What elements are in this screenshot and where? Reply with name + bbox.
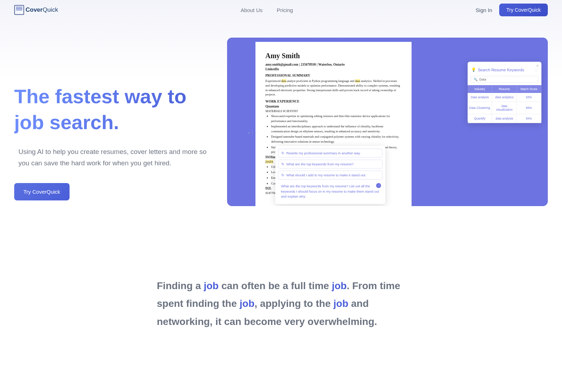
keyword-search-input[interactable]: 🔍 Data	[470, 76, 539, 83]
resume-linkedin[interactable]: LinkedIn	[265, 67, 402, 71]
keyword-table-header: Industry Resume Match Score	[468, 85, 541, 93]
table-row: Quantify data analysis 84%	[468, 114, 541, 123]
hero-visual: +⋮⋮ Amy Smith amy.smith@gmail.com | 2356…	[227, 38, 548, 206]
table-row: Data Clustering data visualization 89%	[468, 102, 541, 114]
ai-suggestion-2[interactable]: ↻ What are the top keywords from my resu…	[278, 160, 382, 169]
nav-about-us[interactable]: About Us	[241, 7, 263, 13]
resume-bullet: Showcased expertise in optimizing editin…	[271, 114, 402, 123]
ai-suggestion-1[interactable]: ↻ Rewrite my professional summary in ano…	[278, 149, 382, 158]
keyword-panel[interactable]: ⋯ × 💡 Search Resume Keywords ◌ 🔍 Data In…	[468, 62, 541, 123]
lightbulb-icon: 💡	[471, 67, 476, 72]
resume-bullet: Designed nanotube-based materials and co…	[271, 134, 402, 144]
section-2: Finding a job can often be a full time j…	[86, 206, 476, 352]
hero-subtitle: Using AI to help you create resumes, cov…	[14, 146, 213, 169]
col-industry: Industry	[468, 85, 492, 93]
drag-handle-icon[interactable]: +⋮⋮	[248, 131, 258, 135]
col-resume: Resume	[492, 85, 517, 93]
loading-icon: ◌	[535, 68, 538, 72]
resume-summary-text: Experienced data analyst proficient in P…	[265, 79, 402, 97]
resume-summary-heading: PROFESSIONAL SUMMARY	[265, 74, 402, 77]
ai-suggestion-3[interactable]: ↻ What should I add to my resume to make…	[278, 171, 382, 180]
ai-panel[interactable]: ↻ Rewrite my professional summary in ano…	[275, 146, 385, 204]
keyword-panel-title: Search Resume Keywords	[478, 68, 524, 72]
hero-title: The fastest way to job search.	[14, 84, 213, 136]
col-match-score: Match Score	[517, 85, 541, 93]
table-row: Data analysis data analytics 93%	[468, 93, 541, 102]
nav-center: About Us Pricing	[241, 7, 293, 13]
resume-name: Amy Smith	[265, 52, 402, 60]
hero-cta-button[interactable]: Try CoverQuick	[14, 183, 70, 200]
try-coverquick-button[interactable]: Try CoverQuick	[499, 4, 548, 16]
nav-right: Sign In Try CoverQuick	[476, 4, 548, 16]
hero-left: The fastest way to job search. Using AI …	[14, 38, 213, 206]
resume-contact: amy.smith@gmail.com | 235678930 | Waterl…	[265, 63, 402, 66]
logo-icon	[14, 5, 24, 15]
logo-text: CoverQuick	[26, 6, 58, 13]
header: CoverQuick About Us Pricing Sign In Try …	[0, 0, 562, 20]
refresh-icon: ↻	[281, 151, 284, 155]
ai-input[interactable]: → What are the top keywords from my resu…	[278, 182, 382, 201]
section-2-text: Finding a job can often be a full time j…	[157, 277, 405, 331]
drag-handle-icon[interactable]: ⋯	[468, 62, 541, 65]
close-icon[interactable]: ×	[536, 64, 539, 68]
refresh-icon: ↻	[281, 162, 284, 166]
logo[interactable]: CoverQuick	[14, 5, 58, 15]
nav-pricing[interactable]: Pricing	[277, 7, 293, 13]
sign-in-link[interactable]: Sign In	[476, 7, 492, 13]
refresh-icon: ↻	[281, 173, 284, 177]
resume-job-title-1: MATERIALS SCIENTIST	[265, 109, 402, 113]
resume-company-1: Quantam	[265, 105, 402, 108]
search-icon: 🔍	[474, 78, 478, 81]
send-icon[interactable]: →	[376, 183, 381, 188]
resume-bullet: Implemented an interdisciplinary approac…	[271, 124, 402, 134]
resume-work-heading: WORK EXPERIENCE	[265, 100, 402, 103]
hero-section: The fastest way to job search. Using AI …	[0, 38, 562, 206]
keyword-panel-header: 💡 Search Resume Keywords ◌	[468, 65, 541, 74]
